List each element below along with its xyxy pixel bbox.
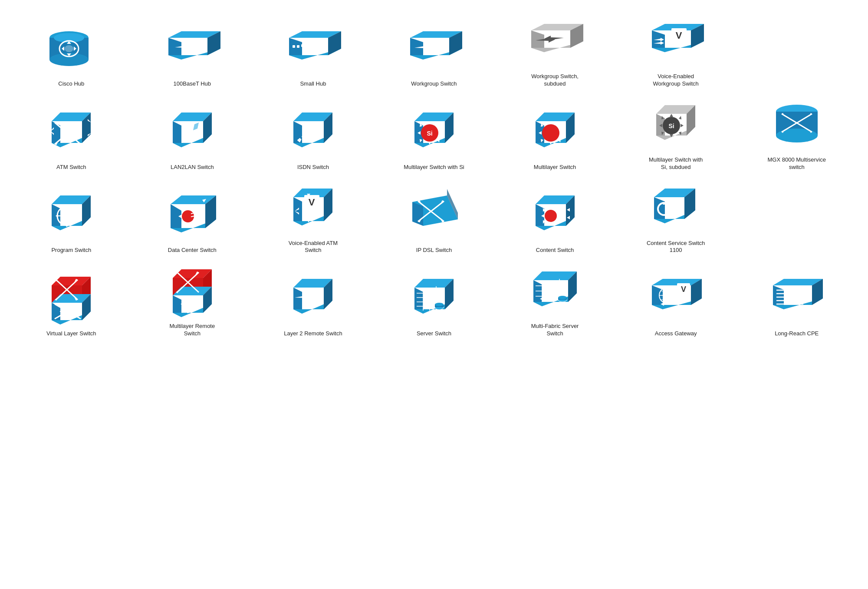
svg-rect-28 xyxy=(323,40,326,43)
svg-point-262 xyxy=(435,303,444,306)
list-item: Program Switch xyxy=(13,187,130,254)
list-item: V Access Gateway xyxy=(618,270,734,338)
icon-label: Program Switch xyxy=(51,247,91,254)
icon-label: Workgroup Switch, subdued xyxy=(525,73,585,88)
svg-rect-26 xyxy=(314,42,317,44)
svg-text:Si: Si xyxy=(669,122,674,129)
svg-text:V: V xyxy=(676,30,682,41)
icon-label: Multi-Fabric Server Switch xyxy=(525,323,585,338)
icon-label: Content Service Switch 1100 xyxy=(645,240,706,255)
icon-label: Virtual Layer Switch xyxy=(46,330,96,338)
icon-label: Multilayer Remote Switch xyxy=(162,323,223,338)
icon-label: Voice-Enabled Workgroup Switch xyxy=(645,73,706,88)
svg-marker-183 xyxy=(549,222,552,225)
svg-marker-34 xyxy=(423,43,443,49)
list-item: Server Switch xyxy=(376,270,493,338)
svg-point-277 xyxy=(558,296,567,299)
svg-point-6 xyxy=(65,45,73,52)
svg-marker-84 xyxy=(428,121,431,124)
svg-marker-117 xyxy=(679,116,681,119)
svg-point-243 xyxy=(306,304,311,308)
svg-text:Si: Si xyxy=(427,130,432,137)
svg-marker-145 xyxy=(187,207,189,210)
list-item: Long-Reach CPE xyxy=(738,270,855,338)
svg-marker-90 xyxy=(437,123,440,127)
svg-marker-185 xyxy=(557,214,560,218)
list-item: Layer 2 Remote Switch xyxy=(255,270,372,338)
list-item: Data Center Switch xyxy=(134,187,251,254)
list-item: Content Switch xyxy=(496,187,613,254)
svg-line-247 xyxy=(305,303,307,304)
icon-label: Access Gateway xyxy=(655,330,697,338)
list-item: Si Multilayer Switch with Si xyxy=(376,104,493,171)
list-item: Workgroup Switch xyxy=(376,20,493,88)
icon-label: ATM Switch xyxy=(56,164,86,171)
list-item: Virtual Layer Switch xyxy=(13,270,130,338)
svg-marker-40 xyxy=(544,36,564,42)
list-item: V Voice-Enabled ATM Switch xyxy=(255,180,372,255)
list-item: Multi-Fabric Server Switch xyxy=(496,263,613,338)
svg-marker-164 xyxy=(318,208,322,209)
svg-rect-25 xyxy=(310,43,312,45)
icon-label: IP DSL Switch xyxy=(416,247,452,254)
svg-marker-242 xyxy=(304,294,322,300)
icon-label: MGX 8000 Multiservice switch xyxy=(766,156,827,171)
svg-marker-290 xyxy=(674,301,678,304)
svg-rect-23 xyxy=(301,44,304,47)
icon-label: Multilayer Switch xyxy=(534,164,576,171)
icon-label: Data Center Switch xyxy=(168,247,217,254)
icon-label: Multilayer Switch with Si, subdued xyxy=(645,156,706,171)
icon-grid: Cisco Hub 100BaseT Hub xyxy=(13,13,855,338)
svg-marker-16 xyxy=(181,43,201,50)
list-item: V Voice-Enabled Workgroup Switch xyxy=(618,13,734,88)
svg-marker-187 xyxy=(556,220,559,224)
svg-marker-153 xyxy=(198,210,201,213)
svg-marker-111 xyxy=(670,114,673,117)
list-item: Content Service Switch 1100 xyxy=(618,180,734,255)
list-item: Small Hub xyxy=(255,20,372,88)
svg-marker-151 xyxy=(198,207,201,210)
svg-rect-21 xyxy=(293,45,295,48)
icon-label: Voice-Enabled ATM Switch xyxy=(283,240,343,255)
icon-label: Small Hub xyxy=(300,80,326,88)
list-item: Multilayer Remote Switch xyxy=(134,263,251,338)
icon-label: Server Switch xyxy=(417,330,451,338)
svg-rect-27 xyxy=(319,41,321,43)
svg-marker-103 xyxy=(558,123,561,127)
list-item: Multilayer Switch xyxy=(496,104,613,171)
icon-label: LAN2LAN Switch xyxy=(171,164,214,171)
svg-line-248 xyxy=(310,303,312,304)
icon-label: ISDN Switch xyxy=(297,164,329,171)
svg-marker-100 xyxy=(560,131,563,135)
svg-point-210 xyxy=(66,310,68,313)
icon-label: Cisco Hub xyxy=(58,80,84,88)
list-item: Workgroup Switch, subdued xyxy=(496,13,613,88)
svg-marker-182 xyxy=(549,206,552,209)
svg-marker-146 xyxy=(187,223,189,226)
svg-rect-24 xyxy=(306,43,308,46)
list-item: ATM Switch xyxy=(13,104,130,171)
icon-label: Layer 2 Remote Switch xyxy=(284,330,342,338)
svg-point-181 xyxy=(545,210,557,222)
icon-label: Long-Reach CPE xyxy=(775,330,819,338)
list-item: IP DSL Switch xyxy=(376,187,493,254)
svg-marker-155 xyxy=(198,213,201,216)
icon-label: 100BaseT Hub xyxy=(174,80,211,88)
svg-point-96 xyxy=(542,124,559,142)
svg-marker-97 xyxy=(549,121,552,124)
list-item: LAN2LAN Switch xyxy=(134,104,251,171)
svg-marker-188 xyxy=(556,208,559,212)
svg-marker-87 xyxy=(439,131,442,135)
icon-label: Content Switch xyxy=(536,247,574,254)
icon-label: Workgroup Switch xyxy=(411,80,457,88)
list-item: 100BaseT Hub xyxy=(134,20,251,88)
svg-marker-165 xyxy=(318,215,322,217)
svg-point-232 xyxy=(185,301,191,307)
svg-point-121 xyxy=(776,129,818,142)
svg-rect-22 xyxy=(297,45,299,48)
svg-marker-114 xyxy=(681,124,684,127)
list-item: Cisco Hub xyxy=(13,20,130,88)
list-item: MGX 8000 Multiservice switch xyxy=(738,96,855,171)
svg-text:V: V xyxy=(681,285,686,294)
svg-text:V: V xyxy=(309,197,315,208)
